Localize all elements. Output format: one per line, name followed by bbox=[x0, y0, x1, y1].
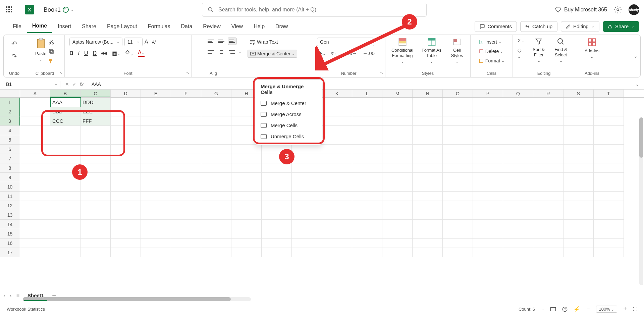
cell-M8[interactable] bbox=[382, 163, 413, 173]
cell-A16[interactable] bbox=[20, 239, 50, 248]
cell-P17[interactable] bbox=[473, 248, 503, 257]
cell-J13[interactable] bbox=[292, 210, 322, 220]
orientation-button[interactable]: ⌄ bbox=[238, 50, 241, 54]
cell-D8[interactable] bbox=[111, 163, 141, 173]
font-launcher-icon[interactable]: ⤡ bbox=[186, 71, 189, 75]
cell-J15[interactable] bbox=[292, 229, 322, 239]
formula-expand-icon[interactable]: ⌄ bbox=[635, 82, 644, 87]
cell-C2[interactable]: EEE bbox=[80, 107, 111, 116]
cell-M11[interactable] bbox=[382, 192, 413, 201]
align-center-button[interactable] bbox=[217, 48, 226, 56]
borders-button[interactable]: ▦⌄ bbox=[112, 50, 120, 56]
col-header-P[interactable]: P bbox=[473, 90, 503, 97]
cell-Q16[interactable] bbox=[503, 239, 533, 248]
cell-M5[interactable] bbox=[382, 135, 413, 145]
cell-N8[interactable] bbox=[413, 163, 443, 173]
cell-C4[interactable] bbox=[80, 126, 111, 135]
font-size-select[interactable]: 11⌄ bbox=[124, 38, 143, 46]
cell-K14[interactable] bbox=[322, 220, 352, 229]
cell-G14[interactable] bbox=[201, 220, 231, 229]
cell-S16[interactable] bbox=[564, 239, 594, 248]
cell-M6[interactable] bbox=[382, 145, 413, 154]
cell-A7[interactable] bbox=[20, 154, 50, 163]
cell-T4[interactable] bbox=[594, 126, 624, 135]
cell-K6[interactable] bbox=[322, 145, 352, 154]
cell-Q5[interactable] bbox=[503, 135, 533, 145]
cell-G5[interactable] bbox=[201, 135, 231, 145]
cell-D15[interactable] bbox=[111, 229, 141, 239]
cell-F6[interactable] bbox=[171, 145, 201, 154]
cell-I9[interactable] bbox=[262, 173, 292, 182]
cell-E13[interactable] bbox=[141, 210, 171, 220]
tab-data[interactable]: Data bbox=[176, 19, 198, 33]
row-header-13[interactable]: 13 bbox=[0, 210, 20, 220]
cell-T13[interactable] bbox=[594, 210, 624, 220]
cell-I17[interactable] bbox=[262, 248, 292, 257]
cell-A6[interactable] bbox=[20, 145, 50, 154]
cell-L5[interactable] bbox=[352, 135, 382, 145]
cell-S10[interactable] bbox=[564, 182, 594, 192]
cell-T15[interactable] bbox=[594, 229, 624, 239]
cell-L6[interactable] bbox=[352, 145, 382, 154]
cell-B12[interactable] bbox=[50, 201, 80, 210]
row-header-15[interactable]: 15 bbox=[0, 229, 20, 239]
help-icon[interactable]: ? bbox=[562, 307, 568, 312]
cell-N2[interactable] bbox=[413, 107, 443, 116]
cell-T9[interactable] bbox=[594, 173, 624, 182]
cell-B7[interactable] bbox=[50, 154, 80, 163]
cell-B3[interactable]: CCC bbox=[50, 116, 80, 126]
cell-P14[interactable] bbox=[473, 220, 503, 229]
format-as-table-button[interactable]: Format As Table⌄ bbox=[419, 38, 444, 64]
row-header-2[interactable]: 2 bbox=[0, 107, 20, 116]
cell-I11[interactable] bbox=[262, 192, 292, 201]
select-all-corner[interactable] bbox=[0, 90, 20, 97]
catch-up-button[interactable]: ↬ Catch up bbox=[520, 21, 557, 32]
row-header-4[interactable]: 4 bbox=[0, 126, 20, 135]
cell-Q13[interactable] bbox=[503, 210, 533, 220]
cell-N14[interactable] bbox=[413, 220, 443, 229]
cell-P16[interactable] bbox=[473, 239, 503, 248]
cell-O16[interactable] bbox=[443, 239, 473, 248]
cell-C5[interactable] bbox=[80, 135, 111, 145]
cell-P1[interactable] bbox=[473, 98, 503, 107]
cell-N6[interactable] bbox=[413, 145, 443, 154]
cell-E16[interactable] bbox=[141, 239, 171, 248]
cell-E6[interactable] bbox=[141, 145, 171, 154]
cell-M7[interactable] bbox=[382, 154, 413, 163]
cell-F5[interactable] bbox=[171, 135, 201, 145]
cell-K12[interactable] bbox=[322, 201, 352, 210]
cell-A9[interactable] bbox=[20, 173, 50, 182]
cell-A11[interactable] bbox=[20, 192, 50, 201]
cell-S14[interactable] bbox=[564, 220, 594, 229]
cell-P15[interactable] bbox=[473, 229, 503, 239]
paste-button[interactable]: Paste ⌄ bbox=[35, 38, 46, 62]
cell-H12[interactable] bbox=[231, 201, 262, 210]
cell-S12[interactable] bbox=[564, 201, 594, 210]
cell-G10[interactable] bbox=[201, 182, 231, 192]
cell-O5[interactable] bbox=[443, 135, 473, 145]
cell-S9[interactable] bbox=[564, 173, 594, 182]
cell-D7[interactable] bbox=[111, 154, 141, 163]
cell-D5[interactable] bbox=[111, 135, 141, 145]
cell-F12[interactable] bbox=[171, 201, 201, 210]
cell-F9[interactable] bbox=[171, 173, 201, 182]
cell-R16[interactable] bbox=[533, 239, 564, 248]
tab-draw[interactable]: Draw bbox=[270, 19, 293, 33]
cell-R8[interactable] bbox=[533, 163, 564, 173]
cell-A17[interactable] bbox=[20, 248, 50, 257]
cell-M17[interactable] bbox=[382, 248, 413, 257]
tab-insert[interactable]: Insert bbox=[52, 19, 76, 33]
cell-A2[interactable] bbox=[20, 107, 50, 116]
cell-R6[interactable] bbox=[533, 145, 564, 154]
cell-C7[interactable] bbox=[80, 154, 111, 163]
cell-I15[interactable] bbox=[262, 229, 292, 239]
cell-R2[interactable] bbox=[533, 107, 564, 116]
cell-B2[interactable]: BBB bbox=[50, 107, 80, 116]
row-header-9[interactable]: 9 bbox=[0, 173, 20, 182]
row-header-10[interactable]: 10 bbox=[0, 182, 20, 192]
cell-O1[interactable] bbox=[443, 98, 473, 107]
cell-T8[interactable] bbox=[594, 163, 624, 173]
cell-H10[interactable] bbox=[231, 182, 262, 192]
cell-L8[interactable] bbox=[352, 163, 382, 173]
enter-formula-icon[interactable]: ✓ bbox=[72, 82, 76, 87]
